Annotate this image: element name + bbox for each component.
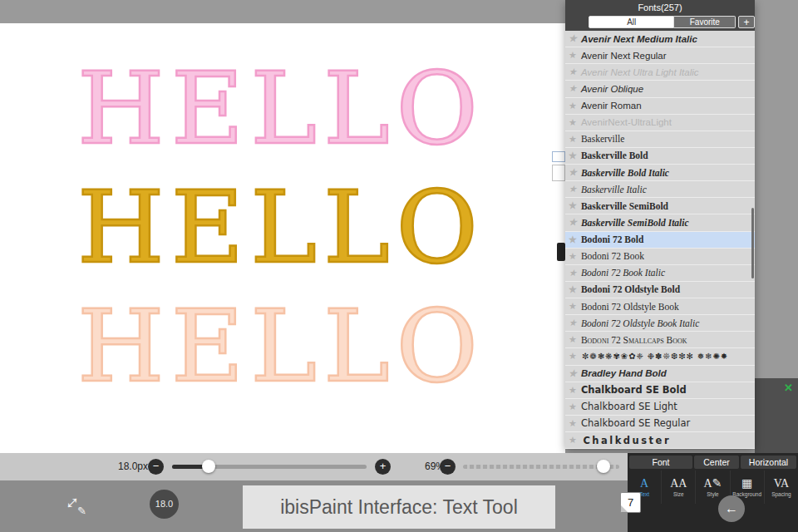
tool-icon: A✎ [704,477,722,490]
font-list-item[interactable]: ★ Bodoni 72 Oldstyle Book Italic [565,315,755,332]
favorite-star-icon[interactable]: ★ [569,301,577,312]
favorite-star-icon[interactable]: ★ [569,318,577,328]
font-button[interactable]: Font [629,456,692,469]
add-font-button[interactable]: + [738,16,755,28]
font-list-item[interactable]: ★ Chalkboard SE Bold [565,382,755,399]
tool-icon: A [640,477,648,490]
font-name: Avenir Roman [581,101,642,111]
font-name: Bradley Hand Bold [581,368,667,378]
favorite-star-icon[interactable]: ★ [569,418,577,429]
size-slider[interactable] [172,465,367,469]
favorite-star-icon[interactable]: ★ [569,234,577,245]
tool-tab-size[interactable]: AA Size [662,470,696,504]
font-list-item[interactable]: ★ ✼❁❃❋✾❀✿❈ ❉✽❊❆❇✻ ❅❄✺✸ [565,348,755,365]
favorite-star-icon[interactable]: ★ [569,83,577,94]
size-increase-button[interactable]: + [375,459,391,475]
font-name: Bodoni 72 Oldstyle Bold [581,284,680,294]
font-list-item[interactable]: ★ Avenir Next Medium Italic [565,31,755,47]
font-list-item[interactable]: ★ Baskerville SemiBold Italic [565,214,755,231]
favorite-star-icon[interactable]: ★ [569,268,577,278]
tab-favorite[interactable]: Favorite [674,16,736,28]
caption: ibisPaint Interface: Text Tool [243,485,555,529]
zoom-decrease-button[interactable]: − [440,459,456,475]
font-list-item[interactable]: ★ Baskerville Bold Italic [565,165,755,181]
font-list-item[interactable]: ★ Avenir Oblique [565,81,755,97]
font-name: Avenir Next Ultra Light Italic [581,67,699,77]
font-name: Avenir Next Medium Italic [581,34,697,44]
font-name: Bodoni 72 Oldstyle Book Italic [581,318,699,328]
transform-tool-icon[interactable]: ↔ ✎ [58,489,85,515]
favorite-star-icon[interactable]: ★ [569,33,577,44]
layers-badge[interactable]: 7 [620,492,641,513]
close-icon[interactable]: ✕ [784,382,793,394]
text-tool-panel: Font Center Horizontal A Text AA Size A✎… [628,453,798,532]
favorite-star-icon[interactable]: ★ [569,334,577,345]
font-list-item[interactable]: ★ Bodoni 72 Oldstyle Bold [565,282,755,298]
layer-count: 7 [628,496,633,509]
font-name: Bodoni 72 Oldstyle Book [581,302,679,312]
favorite-star-icon[interactable]: ★ [569,401,577,412]
font-list-item[interactable]: ★ Bodoni 72 Bold [565,232,755,249]
favorite-star-icon[interactable]: ★ [569,385,577,396]
font-name: Baskerville SemiBold Italic [581,218,689,228]
tab-all[interactable]: All [589,16,674,28]
font-list-item[interactable]: ★ Chalkboard SE Light [565,399,755,416]
favorite-star-icon[interactable]: ★ [569,251,577,262]
font-list-item[interactable]: ★ Avenir Roman [565,98,755,115]
favorite-star-icon[interactable]: ★ [569,184,577,195]
font-list-item[interactable]: ★ Bodoni 72 Oldstyle Book [565,298,755,315]
font-list-item[interactable]: ★ Avenir Next Regular [565,47,755,64]
slider-bar: 18.0px − + 69% − [0,453,628,480]
hidden-dialog-fragment [552,151,565,162]
canvas-text-line-3[interactable]: HELLO [77,286,485,406]
bottom-toolbar: ↔ ✎ 18.0 ibisPaint Interface: Text Tool [0,480,628,532]
orientation-button[interactable]: Horizontal [741,456,796,469]
font-list-item[interactable]: ★ Bodoni 72 Book [565,249,755,265]
favorite-star-icon[interactable]: ★ [569,150,577,161]
brush-size-badge[interactable]: 18.0 [150,490,179,519]
favorite-star-icon[interactable]: ★ [569,435,579,446]
favorite-star-icon[interactable]: ★ [569,167,577,178]
hidden-dialog-fragment [552,165,565,181]
tool-tab-spacing[interactable]: VA Spacing [765,470,798,504]
font-list-item[interactable]: ★ Baskerville Bold [565,148,755,165]
canvas[interactable]: HELLO HELLO HELLO [0,23,565,453]
font-name: Bodoni 72 Bold [581,234,643,244]
favorite-star-icon[interactable]: ★ [569,117,577,128]
canvas-text-line-2[interactable]: HELLO [77,167,485,288]
font-list-item[interactable]: ★ Bradley Hand Bold [565,366,755,382]
font-name: Baskerville [581,134,624,144]
font-list-item[interactable]: ★ Baskerville SemiBold [565,198,755,214]
favorite-star-icon[interactable]: ★ [569,200,577,211]
font-list-item[interactable]: ★ Baskerville Italic [565,181,755,198]
favorite-star-icon[interactable]: ★ [569,66,577,77]
text-option-buttons: Font Center Horizontal [629,456,796,469]
font-list-item[interactable]: ★ Chalkboard SE Regular [565,416,755,432]
favorite-star-icon[interactable]: ★ [569,368,577,379]
font-list-item[interactable]: ★ Chalkduster [565,432,755,449]
favorite-star-icon[interactable]: ★ [569,134,577,145]
back-button[interactable]: ← [718,495,745,522]
scrollbar[interactable] [751,208,754,278]
tool-label: Size [673,491,684,497]
favorite-star-icon[interactable]: ★ [569,351,578,362]
font-list-item[interactable]: ★ Baskerville [565,131,755,148]
favorite-star-icon[interactable]: ★ [569,101,577,111]
favorite-star-icon[interactable]: ★ [569,50,577,61]
canvas-text-line-1[interactable]: HELLO [77,48,485,169]
size-decrease-button[interactable]: − [148,459,164,475]
pencil-icon: ✎ [77,505,86,517]
font-name: Baskerville SemiBold [581,201,668,211]
align-center-button[interactable]: Center [694,456,739,469]
font-list-item[interactable]: ★ AvenirNext-UltraLight [565,115,755,131]
font-name: Chalkduster [583,435,671,446]
favorite-star-icon[interactable]: ★ [569,284,577,295]
font-list-item[interactable]: ★ Bodoni 72 Book Italic [565,265,755,282]
zoom-slider-handle[interactable] [597,460,610,473]
zoom-slider[interactable] [463,465,619,469]
font-list-item[interactable]: ★ Bodoni 72 Smallcaps Book [565,332,755,348]
favorite-star-icon[interactable]: ★ [569,217,577,228]
size-slider-handle[interactable] [202,460,215,473]
font-list-item[interactable]: ★ Avenir Next Ultra Light Italic [565,64,755,81]
hidden-dialog-fragment [557,243,565,261]
